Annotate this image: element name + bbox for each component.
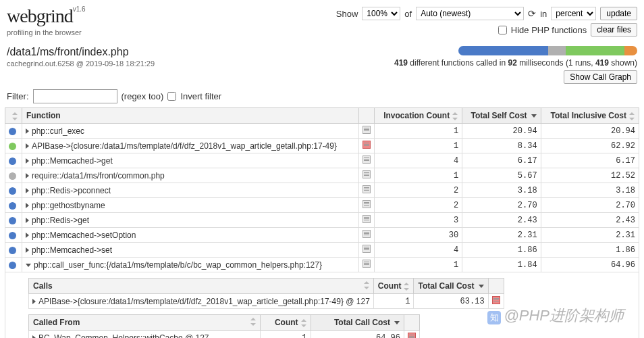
filter-input[interactable] [33, 89, 117, 103]
table-row[interactable]: require::/data1/ms/front/common.php 1 5.… [5, 168, 639, 183]
file-icon[interactable] [363, 215, 371, 223]
calls-table: Calls Count Total Call Cost APIBase->{cl… [28, 278, 504, 309]
refresh-icon[interactable]: ⟳ [528, 8, 536, 19]
hide-php-label: Hide PHP functions [511, 25, 587, 35]
file-icon[interactable] [363, 260, 371, 268]
function-name: php::gethostbyname [32, 201, 105, 210]
update-button[interactable]: update [600, 7, 637, 20]
file-icon[interactable] [363, 170, 371, 178]
regex-hint: (regex too) [122, 91, 164, 101]
file-path: /data1/ms/front/index.php [7, 46, 155, 58]
table-row[interactable]: php::call_user_func:{/data1/ms/template/… [5, 258, 639, 272]
type-dot-icon [9, 262, 16, 269]
mode-select[interactable]: percent [551, 7, 596, 20]
cost-distribution-bar [458, 46, 637, 55]
expand-icon[interactable] [26, 158, 29, 164]
col-function[interactable]: Function [22, 108, 359, 124]
expand-icon[interactable] [26, 218, 29, 223]
cache-info: cachegrind.out.6258 @ 2019-09-18 18:21:2… [7, 59, 155, 68]
expand-icon[interactable] [26, 233, 29, 238]
function-name: php::Redis->get [32, 216, 89, 225]
expand-icon[interactable] [26, 173, 29, 178]
col-count[interactable]: Count [373, 279, 414, 294]
type-dot-icon [9, 217, 16, 224]
type-dot-icon [9, 143, 16, 150]
hide-php-checkbox[interactable] [498, 26, 507, 34]
show-call-graph-button[interactable]: Show Call Graph [564, 70, 637, 84]
filter-label: Filter: [7, 91, 29, 101]
table-row[interactable]: APIBase->{closure:/data1/ms/template/d/f… [5, 139, 639, 153]
called-from-table: Called From Count Total Call Cost BC_Wap… [28, 314, 420, 338]
file-icon[interactable] [363, 230, 371, 238]
expand-icon[interactable] [26, 247, 29, 253]
function-name: php::Memcached->setOption [32, 231, 136, 240]
type-dot-icon [9, 187, 16, 195]
in-label: in [540, 9, 547, 19]
expand-icon[interactable] [26, 188, 29, 193]
expand-icon[interactable] [26, 203, 29, 208]
table-row[interactable]: php::Redis->get 3 2.43 2.43 [5, 213, 639, 228]
table-row[interactable]: BC_Wap_Common_Helpers::withCache @ 127 1… [29, 331, 420, 339]
file-select[interactable]: Auto (newest) [416, 7, 524, 20]
functions-table: Function Invocation Count Total Self Cos… [5, 107, 639, 338]
logo-block: webgrindv1.6 profiling in the browser [7, 5, 86, 37]
logo-text: webgrind [7, 5, 73, 26]
expand-icon[interactable] [32, 335, 36, 338]
type-dot-icon [9, 172, 16, 180]
table-row[interactable]: php::Memcached->setOption 30 2.31 2.31 [5, 228, 639, 243]
function-name: php::Redis->pconnect [32, 186, 111, 195]
collapse-icon[interactable] [26, 264, 31, 267]
file-icon[interactable] [363, 155, 371, 164]
table-row[interactable]: php::curl_exec 1 20.94 20.94 [5, 124, 639, 139]
file-icon[interactable] [363, 245, 371, 253]
file-icon[interactable] [363, 185, 371, 193]
invert-filter-checkbox[interactable] [167, 92, 176, 101]
file-icon[interactable] [363, 200, 371, 208]
expand-icon[interactable] [32, 299, 36, 304]
col-called-from[interactable]: Called From [29, 315, 261, 331]
col-invocation[interactable]: Invocation Count [375, 108, 462, 124]
of-label: of [404, 9, 412, 19]
type-dot-icon [9, 232, 16, 239]
function-name: APIBase->{closure:/data1/ms/template/d/f… [32, 141, 337, 151]
type-dot-icon [9, 202, 16, 210]
file-icon[interactable] [363, 126, 371, 134]
file-icon[interactable] [363, 141, 371, 149]
col-total-call-cost[interactable]: Total Call Cost [311, 315, 404, 331]
function-name: php::Memcached->get [32, 156, 113, 166]
expand-icon[interactable] [26, 143, 29, 149]
expand-icon[interactable] [26, 128, 29, 134]
function-name: require::/data1/ms/front/common.php [32, 171, 165, 180]
type-dot-icon [9, 247, 16, 254]
table-row[interactable]: APIBase->{closure:/data1/ms/template/d/f… [29, 294, 504, 309]
type-dot-icon [9, 158, 16, 165]
col-total-call-cost[interactable]: Total Call Cost [414, 279, 488, 294]
show-label: Show [336, 9, 358, 19]
col-count[interactable]: Count [260, 315, 311, 331]
invert-filter-label: Invert filter [180, 91, 221, 101]
controls-panel: Show 100% of Auto (newest) ⟳ in percent … [336, 7, 637, 37]
table-row[interactable]: php::Memcached->set 4 1.86 1.86 [5, 243, 639, 258]
function-name: php::Memcached->set [32, 245, 112, 255]
clear-files-button[interactable]: clear files [591, 23, 637, 37]
col-self-cost[interactable]: Total Self Cost [462, 108, 541, 124]
type-dot-icon [9, 128, 16, 135]
col-file-icon [359, 108, 375, 124]
table-row[interactable]: php::Redis->pconnect 2 3.18 3.18 [5, 183, 639, 198]
col-type[interactable] [5, 108, 22, 124]
table-row[interactable]: php::Memcached->get 4 6.17 6.17 [5, 153, 639, 168]
logo-tagline: profiling in the browser [7, 28, 86, 37]
file-icon[interactable] [492, 296, 500, 304]
function-name: php::curl_exec [32, 126, 84, 136]
stats-summary: 419 different functions called in 92 mil… [394, 58, 637, 68]
logo-version: v1.6 [73, 5, 86, 13]
col-calls[interactable]: Calls [29, 279, 374, 294]
percent-select[interactable]: 100% [362, 7, 400, 20]
file-icon[interactable] [408, 333, 416, 338]
function-name: php::call_user_func:{/data1/ms/template/… [34, 260, 322, 270]
col-inclusive-cost[interactable]: Total Inclusive Cost [541, 108, 639, 124]
table-row[interactable]: php::gethostbyname 2 2.70 2.70 [5, 198, 639, 213]
